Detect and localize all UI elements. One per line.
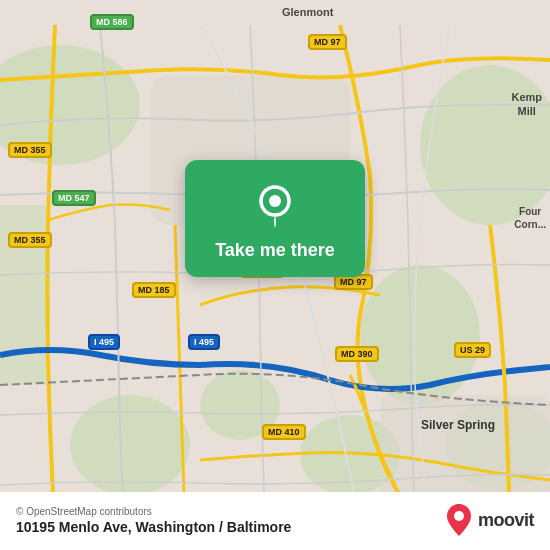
moovit-logo: moovit bbox=[444, 502, 534, 538]
bottom-bar-info: © OpenStreetMap contributors 10195 Menlo… bbox=[16, 506, 291, 535]
svg-point-12 bbox=[269, 195, 281, 207]
moovit-text: moovit bbox=[478, 510, 534, 531]
road-badge-i495-left: I 495 bbox=[88, 334, 120, 350]
cta-button-label: Take me there bbox=[215, 240, 335, 261]
map-attribution: © OpenStreetMap contributors bbox=[16, 506, 291, 517]
svg-point-5 bbox=[70, 395, 190, 495]
cta-card[interactable]: Take me there bbox=[185, 160, 365, 277]
road-badge-us29: US 29 bbox=[454, 342, 491, 358]
road-badge-md390: MD 390 bbox=[335, 346, 379, 362]
road-badge-md547: MD 547 bbox=[52, 190, 96, 206]
road-badge-md586: MD 586 bbox=[90, 14, 134, 30]
road-badge-md410: MD 410 bbox=[262, 424, 306, 440]
map-container: Glenmont KempMill FourCorn... Silver Spr… bbox=[0, 0, 550, 550]
svg-point-13 bbox=[454, 511, 464, 521]
moovit-pin-icon bbox=[444, 502, 474, 538]
city-label-silver-spring: Silver Spring bbox=[421, 418, 495, 432]
road-badge-md97-top: MD 97 bbox=[308, 34, 347, 50]
road-badge-md185: MD 185 bbox=[132, 282, 176, 298]
city-label-glenmont: Glenmont bbox=[282, 6, 333, 18]
location-pin-icon bbox=[251, 180, 299, 228]
road-badge-md355-top: MD 355 bbox=[8, 142, 52, 158]
road-badge-md355-mid: MD 355 bbox=[8, 232, 52, 248]
road-badge-i495-right: I 495 bbox=[188, 334, 220, 350]
city-label-kemp-mill: KempMill bbox=[511, 90, 542, 119]
city-label-four-corners: FourCorn... bbox=[514, 205, 546, 231]
address-label: 10195 Menlo Ave, Washington / Baltimore bbox=[16, 519, 291, 535]
bottom-bar: © OpenStreetMap contributors 10195 Menlo… bbox=[0, 492, 550, 550]
